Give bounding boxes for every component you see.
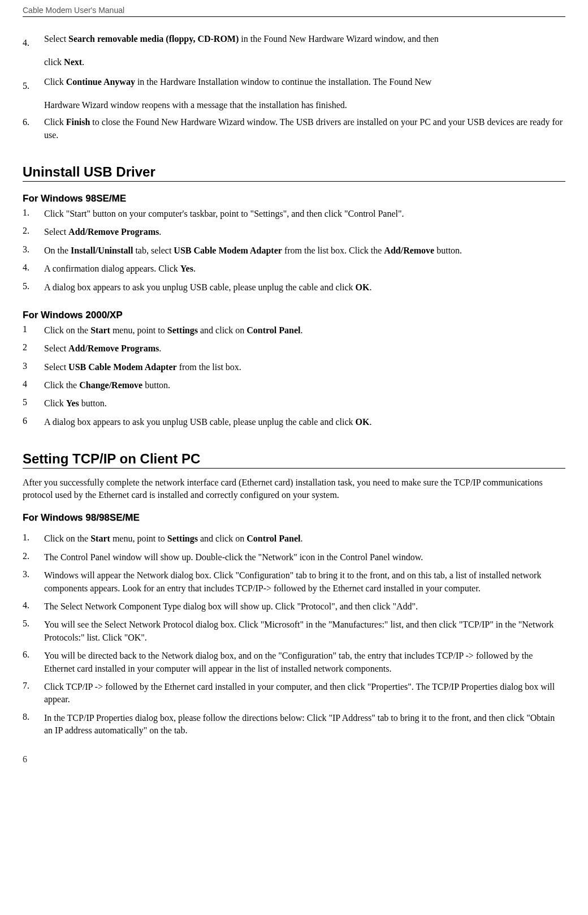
step-5: 5. Click Continue Anyway in the Hardware…: [23, 76, 565, 96]
win9898-3: 3. Windows will appear the Network dialo…: [23, 569, 565, 595]
win9898-7-num: 7.: [23, 681, 44, 706]
win2000-6: 6 A dialog box appears to ask you unplug…: [23, 416, 565, 428]
win98-5: 5. A dialog box appears to ask you unplu…: [23, 281, 565, 294]
win2000-6b: OK: [356, 417, 370, 427]
win98-3f: Add/Remove: [384, 246, 434, 255]
win98-3e: from the list box. Click the: [282, 246, 384, 255]
win2000-1-num: 1: [23, 324, 44, 337]
win9898-1: 1. Click on the Start menu, point to Set…: [23, 532, 565, 545]
win9898-1b: Start: [90, 534, 110, 543]
win98-4c: .: [193, 264, 196, 273]
step-6-c: to close the Found New Hardware Wizard w…: [44, 117, 563, 139]
win9898-1f: Control Panel: [247, 534, 300, 543]
win2000-6-text: A dialog box appears to ask you unplug U…: [44, 416, 565, 428]
step-4-f: .: [82, 57, 84, 67]
win98-2a: Select: [44, 227, 68, 237]
win9898-3-text: Windows will appear the Network dialog b…: [44, 569, 565, 595]
page: Cable Modem User's Manual 4. Select Sear…: [0, 0, 588, 770]
win2000-4-text: Click the Change/Remove button.: [44, 379, 565, 392]
win2000-4-num: 4: [23, 379, 44, 392]
win98-4-num: 4.: [23, 263, 44, 275]
win2000-2a: Select: [44, 343, 68, 353]
win2000-1f: Control Panel: [247, 325, 300, 335]
win9898-2: 2. The Control Panel window will show up…: [23, 551, 565, 564]
win98-list: 1. Click "Start" button on your computer…: [23, 208, 565, 294]
win9898-5-text: You will see the Select Network Protocol…: [44, 618, 565, 644]
win9898-4: 4. The Select Network Component Type dia…: [23, 600, 565, 613]
page-footer: 6: [23, 754, 565, 764]
step-5-num: 5.: [23, 76, 44, 96]
step-5-b: Continue Anyway: [66, 77, 135, 87]
win9898-5-num: 5.: [23, 618, 44, 644]
win9898-1-text: Click on the Start menu, point to Settin…: [44, 532, 565, 545]
page-header: Cable Modem User's Manual: [23, 6, 565, 17]
win9898-list: 1. Click on the Start menu, point to Set…: [23, 532, 565, 737]
win2000-list: 1 Click on the Start menu, point to Sett…: [23, 324, 565, 428]
win9898-1a: Click on the: [44, 534, 90, 543]
win9898-1c: menu, point to: [110, 534, 167, 543]
step-6-text: Click Finish to close the Found New Hard…: [44, 116, 565, 141]
win98-3: 3. On the Install/Uninstall tab, select …: [23, 244, 565, 257]
win9898-6: 6. You will be directed back to the Netw…: [23, 650, 565, 675]
win98-2: 2. Select Add/Remove Programs.: [23, 226, 565, 238]
step-4-c: in the Found New Hardware Wizard window,…: [239, 34, 438, 44]
win2000-1a: Click on the: [44, 325, 90, 335]
win2000-5-text: Click Yes button.: [44, 397, 565, 410]
step-4-bold: Search removable media (floppy, CD-ROM): [68, 34, 239, 44]
win2000-5-num: 5: [23, 397, 44, 410]
win9898-6-num: 6.: [23, 650, 44, 675]
sub-2000: For Windows 2000/XP: [23, 310, 565, 321]
win2000-5b: Yes: [66, 398, 79, 408]
win9898-1g: .: [300, 534, 302, 543]
win2000-6-num: 6: [23, 416, 44, 428]
win98-4-text: A confirmation dialog appears. Click Yes…: [44, 263, 565, 275]
win9898-2-num: 2.: [23, 551, 44, 564]
win2000-6a: A dialog box appears to ask you unplug U…: [44, 417, 356, 427]
win2000-5a: Click: [44, 398, 66, 408]
win98-4b: Yes: [180, 264, 193, 273]
win9898-3-num: 3.: [23, 569, 44, 595]
step-5-a: Click: [44, 77, 66, 87]
win2000-2-num: 2: [23, 342, 44, 355]
win98-1-num: 1.: [23, 208, 44, 220]
win9898-1d: Settings: [167, 534, 198, 543]
win2000-3c: from the list box.: [177, 362, 241, 372]
win2000-1g: .: [300, 325, 302, 335]
win2000-5c: button.: [79, 398, 107, 408]
win2000-1c: menu, point to: [110, 325, 167, 335]
tcpip-title: Setting TCP/IP on Client PC: [23, 451, 565, 469]
win98-3a: On the: [44, 246, 71, 255]
win2000-1e: and click on: [198, 325, 247, 335]
win98-5-num: 5.: [23, 281, 44, 294]
win98-4: 4. A confirmation dialog appears. Click …: [23, 263, 565, 275]
win2000-3a: Select: [44, 362, 68, 372]
step-4-a: Select: [44, 34, 68, 44]
win9898-7: 7. Click TCP/IP -> followed by the Ether…: [23, 681, 565, 706]
win98-2c: .: [159, 227, 161, 237]
win2000-1: 1 Click on the Start menu, point to Sett…: [23, 324, 565, 337]
win98-3-text: On the Install/Uninstall tab, select USB…: [44, 244, 565, 257]
win2000-4: 4 Click the Change/Remove button.: [23, 379, 565, 392]
win9898-4-num: 4.: [23, 600, 44, 613]
step-6-a: Click: [44, 117, 66, 127]
win98-3d: USB Cable Modem Adapter: [174, 246, 282, 255]
win9898-8: 8. In the TCP/IP Properties dialog box, …: [23, 712, 565, 737]
win98-1: 1. Click "Start" button on your computer…: [23, 208, 565, 220]
tcpip-intro: After you successfully complete the netw…: [23, 476, 565, 501]
win2000-5: 5 Click Yes button.: [23, 397, 565, 410]
step-4-text: Select Search removable media (floppy, C…: [44, 33, 565, 53]
win98-5b: OK: [356, 282, 370, 292]
win98-5c: .: [369, 282, 371, 292]
win2000-3b: USB Cable Modem Adapter: [68, 362, 177, 372]
win98-3-num: 3.: [23, 244, 44, 257]
win98-3b: Install/Uninstall: [71, 246, 133, 255]
win2000-4b: Change/Remove: [79, 380, 142, 390]
win98-5-text: A dialog box appears to ask you unplug U…: [44, 281, 565, 294]
win2000-3-text: Select USB Cable Modem Adapter from the …: [44, 361, 565, 373]
win2000-2-text: Select Add/Remove Programs.: [44, 342, 565, 355]
win2000-2c: .: [159, 343, 161, 353]
step-4: 4. Select Search removable media (floppy…: [23, 33, 565, 53]
win98-4a: A confirmation dialog appears. Click: [44, 264, 180, 273]
win9898-6-text: You will be directed back to the Network…: [44, 650, 565, 675]
win2000-1d: Settings: [167, 325, 198, 335]
